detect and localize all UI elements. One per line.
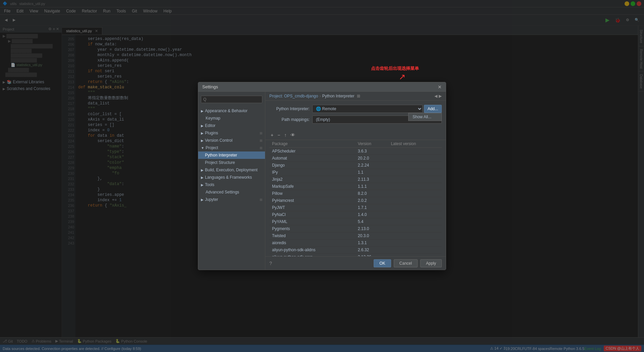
- cell-latest: [388, 197, 442, 204]
- dialog-title-bar: Settings ✕: [198, 82, 446, 92]
- package-table-body: APScheduler3.6.3Automat20.2.0Django2.2.2…: [269, 148, 442, 257]
- interpreter-select[interactable]: 🌐 Remote: [312, 105, 423, 113]
- interpreter-form-control: 🌐 Remote Add... Show All...: [312, 105, 442, 113]
- plugins-arrow-icon: ▶: [201, 131, 204, 135]
- cell-package: Automat: [269, 155, 355, 162]
- plugins-indicator: ⊞: [260, 131, 262, 135]
- vc-indicator: ⊞: [260, 139, 262, 142]
- cell-version: 1.1: [355, 169, 388, 176]
- settings-dialog: 点击齿轮后出现选择菜单 ↗ Settings ✕ ▶ Appearance & …: [198, 82, 446, 270]
- nav-project-structure[interactable]: Project Structure: [198, 159, 265, 166]
- table-row[interactable]: PyYAML5.4: [269, 218, 442, 225]
- cell-version: 1.1.1: [355, 183, 388, 190]
- nav-languages[interactable]: ▶ Languages & Frameworks: [198, 174, 265, 181]
- table-row[interactable]: APScheduler3.6.3: [269, 148, 442, 155]
- nav-jupyter[interactable]: ▶ Jupyter ⊞: [198, 196, 265, 203]
- dialog-search: [198, 94, 265, 104]
- dialog-nav: ▶ Appearance & Behavior Keymap ▶ Editor …: [198, 92, 265, 270]
- cell-version: 2.6.32: [355, 247, 388, 254]
- interpreter-form-label: Python Interpreter:: [269, 106, 310, 111]
- nav-keymap[interactable]: Keymap: [198, 115, 265, 122]
- dialog-body: ▶ Appearance & Behavior Keymap ▶ Editor …: [198, 92, 446, 270]
- breadcrumb-sep: ›: [319, 94, 321, 98]
- breadcrumb-back-icon[interactable]: ◀: [434, 94, 437, 98]
- modal-overlay: 点击齿轮后出现选择菜单 ↗ Settings ✕ ▶ Appearance & …: [0, 0, 644, 352]
- dialog-title: Settings: [202, 84, 218, 89]
- upgrade-package-button[interactable]: ↑: [283, 132, 288, 138]
- breadcrumb-forward-icon[interactable]: ▶: [439, 94, 442, 98]
- languages-arrow-icon: ▶: [201, 176, 204, 179]
- breadcrumb-part2: Python Interpreter: [322, 94, 354, 98]
- show-details-button[interactable]: 👁: [289, 132, 297, 138]
- cell-package: Pillow: [269, 190, 355, 197]
- table-row[interactable]: Twisted20.3.0: [269, 232, 442, 239]
- package-table-container: Package Version Latest version APSchedul…: [269, 140, 442, 256]
- table-row[interactable]: Pillow8.2.0: [269, 190, 442, 197]
- nav-languages-label: Languages & Frameworks: [205, 175, 252, 180]
- table-row[interactable]: aliyun-python-sdk-core2.13.36: [269, 254, 442, 257]
- nav-python-interpreter[interactable]: Python Interpreter: [198, 151, 265, 159]
- nav-project-structure-label: Project Structure: [205, 160, 235, 165]
- cell-latest: [388, 169, 442, 176]
- table-row[interactable]: Automat20.2.0: [269, 155, 442, 162]
- show-all-item[interactable]: Show All...: [409, 113, 441, 121]
- cancel-button[interactable]: Cancel: [394, 259, 418, 267]
- interpreter-row: Python Interpreter: 🌐 Remote Add... Show…: [269, 105, 442, 113]
- ok-button[interactable]: OK: [374, 259, 391, 267]
- cell-version: 20.2.0: [355, 155, 388, 162]
- table-row[interactable]: Django2.2.24: [269, 162, 442, 169]
- nav-plugins-label: Plugins: [205, 131, 218, 135]
- nav-editor-label: Editor: [205, 123, 215, 128]
- table-row[interactable]: IPy1.1: [269, 169, 442, 176]
- dialog-breadcrumb: Project: OPS_cmdb-django › Python Interp…: [265, 92, 446, 101]
- cell-version: 2.2.24: [355, 162, 388, 169]
- interpreter-form: Python Interpreter: 🌐 Remote Add... Show…: [265, 101, 446, 130]
- package-toolbar: + − ↑ 👁: [265, 130, 446, 140]
- settings-search-input[interactable]: [201, 96, 262, 103]
- cell-latest: [388, 204, 442, 211]
- nav-project[interactable]: ▼ Project ⊞: [198, 144, 265, 151]
- col-package: Package: [269, 140, 355, 148]
- nav-build[interactable]: ▶ Build, Execution, Deployment: [198, 166, 265, 174]
- cell-latest: [388, 155, 442, 162]
- table-row[interactable]: PyJWT1.7.1: [269, 204, 442, 211]
- nav-version-control[interactable]: ▶ Version Control ⊞: [198, 137, 265, 144]
- apply-button[interactable]: Apply: [420, 259, 442, 267]
- nav-jupyter-label: Jupyter: [205, 197, 218, 202]
- table-row[interactable]: Jinja22.11.3: [269, 176, 442, 183]
- nav-appearance[interactable]: ▶ Appearance & Behavior: [198, 107, 265, 115]
- table-row[interactable]: aliyun-python-sdk-alidns2.6.32: [269, 247, 442, 254]
- cell-version: 5.4: [355, 218, 388, 225]
- jupyter-arrow-icon: ▶: [201, 198, 204, 202]
- cell-package: Jinja2: [269, 176, 355, 183]
- add-interpreter-button[interactable]: Add...: [424, 105, 442, 113]
- table-row[interactable]: Pygments2.13.0: [269, 225, 442, 232]
- table-row[interactable]: PyNaCl1.4.0: [269, 211, 442, 218]
- dialog-close-button[interactable]: ✕: [438, 84, 442, 90]
- breadcrumb-icon: ⊞: [357, 94, 360, 98]
- nav-editor[interactable]: ▶ Editor: [198, 122, 265, 129]
- cell-version: 20.3.0: [355, 232, 388, 239]
- nav-advanced[interactable]: Advanced Settings: [198, 188, 265, 196]
- nav-tools[interactable]: ▶ Tools: [198, 181, 265, 188]
- package-table-head: Package Version Latest version: [269, 140, 442, 148]
- table-row[interactable]: aioredis1.3.1: [269, 239, 442, 247]
- footer-buttons: OK Cancel Apply: [374, 259, 442, 267]
- nav-plugins[interactable]: ▶ Plugins ⊞: [198, 129, 265, 137]
- cell-latest: [388, 176, 442, 183]
- cell-package: Pygments: [269, 225, 355, 232]
- help-button[interactable]: ?: [269, 261, 272, 266]
- cell-version: 1.7.1: [355, 204, 388, 211]
- annotation-text: 点击齿轮后出现选择菜单: [371, 65, 419, 72]
- vc-arrow-icon: ▶: [201, 139, 204, 142]
- editor-arrow-icon: ▶: [201, 124, 204, 128]
- cell-package: aliyun-python-sdk-core: [269, 254, 355, 257]
- add-package-button[interactable]: +: [269, 132, 275, 138]
- table-row[interactable]: MarkupSafe1.1.1: [269, 183, 442, 190]
- remove-package-button[interactable]: −: [276, 132, 281, 138]
- cell-version: 2.0.2: [355, 197, 388, 204]
- path-form-label: Path mappings:: [269, 117, 310, 122]
- cell-latest: [388, 232, 442, 239]
- table-row[interactable]: PyHamcrest2.0.2: [269, 197, 442, 204]
- col-version: Version: [355, 140, 388, 148]
